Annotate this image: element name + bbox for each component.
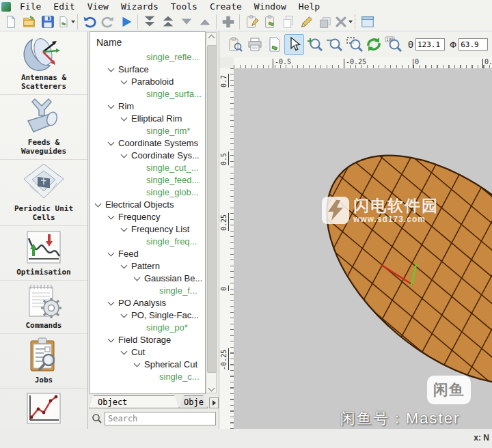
scrollbar-thumb[interactable] — [207, 45, 217, 373]
zoom-out-icon[interactable] — [324, 34, 344, 55]
select-cursor-icon[interactable] — [284, 34, 304, 55]
tree-item[interactable]: Elliptical Rim — [90, 113, 205, 125]
chevron-down-icon[interactable] — [121, 348, 128, 355]
tree-item[interactable]: Field Storage — [90, 334, 205, 346]
new-window-icon[interactable] — [358, 14, 377, 30]
zoom-100-icon[interactable]: 100 — [383, 34, 403, 55]
menu-create[interactable]: Create — [204, 1, 248, 12]
tree-item[interactable]: single_refle... — [90, 51, 205, 64]
tree-item[interactable]: Paraboloid — [90, 76, 205, 88]
edit-clipboard-icon[interactable] — [242, 14, 260, 30]
menu-view[interactable]: View — [81, 1, 115, 12]
tree-item[interactable]: Electrical Objects — [90, 199, 205, 211]
chevron-down-icon[interactable] — [108, 336, 115, 343]
tree-item[interactable]: single_freq... — [90, 236, 205, 248]
menu-wizards[interactable]: Wizards — [115, 1, 165, 12]
redo-icon[interactable] — [98, 14, 117, 30]
chevron-down-icon[interactable] — [121, 262, 128, 269]
chevron-down-icon[interactable] — [108, 139, 115, 146]
chevron-down-icon[interactable] — [108, 102, 115, 109]
copy-icon[interactable] — [279, 14, 297, 30]
new-document-icon[interactable] — [1, 14, 20, 30]
search-input[interactable] — [105, 412, 216, 425]
sidebar-item-feeds[interactable]: Feeds & Waveguides — [0, 95, 87, 160]
move-down-icon[interactable] — [177, 14, 195, 30]
print-icon[interactable] — [245, 34, 264, 55]
tree-item[interactable]: Feed — [90, 248, 205, 260]
tree-item[interactable]: Coordinate Sys... — [90, 150, 205, 162]
save-icon[interactable] — [38, 14, 57, 30]
chevron-down-icon[interactable] — [108, 299, 115, 306]
refresh-view-icon[interactable] — [364, 34, 383, 55]
menu-help[interactable]: Help — [292, 1, 326, 12]
scroll-down-icon[interactable] — [208, 384, 215, 391]
chevron-down-icon[interactable] — [134, 361, 141, 367]
sidebar-item-optimisation[interactable]: Optimisation — [0, 226, 87, 281]
tab-next-partial[interactable]: Obje — [179, 395, 208, 408]
tree-item[interactable]: Frequency List — [90, 223, 205, 236]
sidebar-item-periodic[interactable]: Periodic Unit Cells — [0, 160, 87, 226]
move-bottom-icon[interactable] — [140, 14, 159, 30]
tree-item[interactable]: Pattern — [90, 260, 205, 272]
chevron-down-icon[interactable] — [121, 225, 128, 232]
pencil-edit-icon[interactable] — [297, 14, 316, 30]
undo-icon[interactable] — [80, 14, 98, 30]
chevron-down-icon[interactable] — [121, 115, 128, 122]
run-icon[interactable] — [117, 14, 135, 30]
zoom-in-icon[interactable] — [304, 34, 324, 55]
tree-item[interactable]: Coordinate Systems — [90, 137, 205, 150]
copy-view-icon[interactable] — [225, 34, 245, 55]
theta-input[interactable] — [415, 38, 445, 51]
tree-item[interactable]: single_f... — [90, 285, 205, 297]
sidebar-item-jobs[interactable]: Jobs — [0, 334, 87, 389]
tree-item[interactable]: Spherical Cut — [90, 359, 205, 371]
tab-scroll-right-icon[interactable] — [209, 397, 219, 408]
chevron-down-icon[interactable] — [134, 275, 141, 281]
menu-file[interactable]: File — [14, 1, 47, 12]
chevron-down-icon[interactable] — [108, 250, 115, 257]
menu-tools[interactable]: Tools — [165, 1, 204, 12]
tree-item[interactable]: single_cut_... — [90, 162, 205, 174]
move-up-icon[interactable] — [195, 14, 214, 30]
chevron-down-icon[interactable] — [121, 78, 128, 85]
paste-clipboard-icon[interactable] — [260, 14, 279, 30]
tree-item[interactable]: single_c... — [90, 371, 205, 383]
tree-item[interactable]: single_glob... — [90, 186, 205, 199]
tree-item[interactable]: single_rim* — [90, 125, 205, 137]
move-top-icon[interactable] — [159, 14, 177, 30]
menu-edit[interactable]: Edit — [47, 1, 81, 12]
tree-item[interactable]: Gaussian Be... — [90, 272, 205, 285]
tree-item[interactable]: PO, Single-Fac... — [90, 309, 205, 322]
chevron-down-icon[interactable] — [108, 213, 115, 220]
tree-item[interactable]: single_po* — [90, 322, 205, 334]
tree-item[interactable]: single_surfa... — [90, 88, 205, 100]
tree-item[interactable]: single_feed... — [90, 174, 205, 186]
zoom-region-icon[interactable] — [344, 34, 364, 55]
sidebar-item-antennas[interactable]: Antennas & Scatterers — [0, 31, 87, 95]
chevron-down-icon[interactable] — [121, 152, 128, 158]
open-file-icon[interactable] — [20, 14, 38, 30]
delete-icon[interactable] — [334, 14, 353, 30]
menu-window[interactable]: Window — [248, 1, 292, 12]
chevron-down-icon[interactable] — [348, 20, 353, 23]
chevron-down-icon[interactable] — [95, 201, 102, 208]
chevron-down-icon[interactable] — [108, 66, 115, 72]
tree-scrollbar[interactable] — [206, 32, 217, 393]
chevron-down-icon[interactable] — [121, 311, 128, 318]
tab-object-explorer[interactable]: Object Explorer — [89, 395, 179, 408]
tree-item[interactable]: Rim — [90, 100, 205, 113]
tree-item[interactable]: Frequency — [90, 211, 205, 223]
scroll-up-icon[interactable] — [208, 34, 215, 41]
add-object-icon[interactable] — [219, 14, 237, 30]
tree-item[interactable]: Surface — [90, 64, 205, 76]
duplicate-icon[interactable] — [316, 14, 334, 30]
export-image-icon[interactable] — [264, 34, 284, 55]
export-icon[interactable] — [57, 14, 75, 30]
canvas-3d[interactable]: 闪电软件园 www.sd173.com 闲鱼 — [234, 68, 492, 429]
tree-column-header[interactable]: Name — [90, 32, 205, 51]
phi-input[interactable] — [459, 38, 488, 51]
tree-item[interactable]: PO Analysis — [90, 297, 205, 309]
sidebar-item-commands[interactable]: Commands — [0, 281, 87, 334]
tree-item[interactable]: Cut — [90, 346, 205, 359]
chevron-down-icon[interactable] — [71, 20, 75, 23]
